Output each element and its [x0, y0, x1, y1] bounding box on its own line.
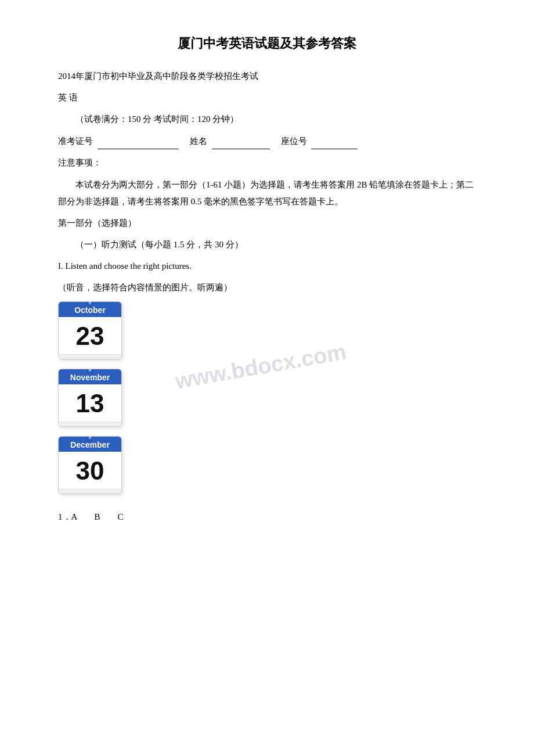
fields-row: 准考证号 姓名 座位号: [58, 133, 476, 149]
notice-label: 注意事项：: [58, 155, 476, 171]
svg-point-5: [89, 436, 91, 438]
part1-label: 第一部分（选择题）: [58, 215, 476, 231]
december-day: 30: [59, 452, 121, 489]
october-bottom: [59, 354, 121, 359]
subtitle: 2014年厦门市初中毕业及高中阶段各类学校招生考试: [58, 69, 476, 84]
november-day: 13: [59, 384, 121, 422]
calendar-october-header: October: [59, 302, 121, 317]
seat-label: 座位号: [281, 136, 307, 146]
subject: 英 语: [58, 90, 476, 106]
october-day: 23: [59, 317, 121, 354]
svg-point-3: [89, 369, 91, 371]
pin-icon-december: [87, 436, 93, 442]
exam-number-field: [98, 133, 179, 149]
name-label: 姓名: [190, 136, 207, 146]
name-field: [212, 133, 270, 149]
exam-info: （试卷满分：150 分 考试时间：120 分钟）: [58, 111, 476, 127]
instruction1-cn: （听音，选择符合内容情景的图片。听两遍）: [58, 280, 476, 296]
calendar-november-header: November: [59, 369, 121, 384]
answer-row: 1．A B C: [58, 512, 476, 523]
page-title: 厦门中考英语试题及其参考答案: [58, 35, 476, 52]
november-bottom: [59, 422, 121, 426]
calendar-december-header: December: [59, 437, 121, 452]
pin-icon-october: [87, 301, 93, 307]
exam-number-label: 准考证号: [58, 136, 93, 146]
svg-point-1: [89, 301, 91, 304]
listening-label: （一）听力测试（每小题 1.5 分，共 30 分）: [58, 237, 476, 253]
notice-text: 本试卷分为两大部分，第一部分（1-61 小题）为选择题，请考生将答案用 2B 铅…: [58, 177, 476, 210]
calendar-december: December 30: [58, 436, 122, 494]
calendar-november: November 13: [58, 369, 122, 427]
december-bottom: [59, 489, 121, 494]
calendars-container: October 23 November 13 Decem: [58, 301, 476, 503]
seat-field: [311, 133, 358, 149]
instruction1: I. Listen and choose the right pictures.: [58, 258, 476, 274]
pin-icon-november: [87, 369, 93, 375]
calendar-october: October 23: [58, 301, 122, 359]
